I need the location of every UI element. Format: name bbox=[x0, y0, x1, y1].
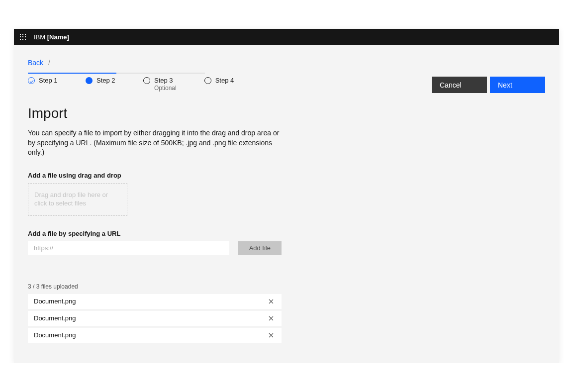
close-icon bbox=[269, 316, 274, 321]
file-item: Document.png bbox=[28, 311, 282, 326]
brand-label: IBM [Name] bbox=[34, 33, 69, 41]
current-dot-icon bbox=[86, 77, 93, 84]
drag-drop-area[interactable]: Drag and drop file here or click to sele… bbox=[28, 183, 127, 216]
todo-dot-icon bbox=[204, 77, 211, 84]
url-label: Add a file by specifying a URL bbox=[28, 230, 545, 237]
back-link[interactable]: Back bbox=[28, 59, 43, 67]
next-button[interactable]: Next bbox=[490, 77, 545, 93]
step-4[interactable]: Step 4 bbox=[204, 77, 234, 92]
step-3[interactable]: Step 3 Optional bbox=[143, 77, 177, 92]
step-1[interactable]: Step 1 bbox=[28, 77, 58, 92]
app-switcher-icon[interactable] bbox=[20, 34, 26, 40]
file-name: Document.png bbox=[34, 331, 76, 339]
step-label: Step 1 bbox=[39, 77, 58, 85]
remove-file-button[interactable] bbox=[267, 297, 276, 306]
url-input[interactable] bbox=[28, 241, 229, 255]
add-file-button[interactable]: Add file bbox=[238, 241, 282, 255]
file-list: Document.png Document.png Document.png bbox=[28, 294, 282, 343]
close-icon bbox=[269, 299, 274, 304]
upload-status: 3 / 3 files uploaded bbox=[28, 283, 545, 290]
step-2[interactable]: Step 2 bbox=[86, 77, 115, 92]
step-label: Step 4 bbox=[215, 77, 234, 85]
todo-dot-icon bbox=[143, 77, 150, 84]
breadcrumb-separator: / bbox=[48, 59, 50, 67]
page-title: Import bbox=[28, 105, 545, 121]
step-label: Step 2 bbox=[96, 77, 115, 85]
remove-file-button[interactable] bbox=[267, 314, 276, 323]
remove-file-button[interactable] bbox=[267, 331, 276, 340]
close-icon bbox=[269, 333, 274, 338]
app-window: IBM [Name] Back / Step 1 Step 2 bbox=[14, 29, 559, 363]
drag-drop-label: Add a file using drag and drop bbox=[28, 172, 545, 179]
step-label: Step 3 bbox=[154, 77, 177, 85]
file-name: Document.png bbox=[34, 314, 76, 322]
action-bar: Cancel Next bbox=[432, 77, 545, 93]
file-name: Document.png bbox=[34, 297, 76, 305]
page-content: Back / Step 1 Step 2 Step 3 Optional bbox=[14, 45, 559, 363]
file-item: Document.png bbox=[28, 328, 282, 343]
step-sublabel: Optional bbox=[154, 85, 177, 92]
breadcrumb: Back / bbox=[28, 59, 545, 67]
file-item: Document.png bbox=[28, 294, 282, 309]
progress-steps: Step 1 Step 2 Step 3 Optional Step 4 bbox=[28, 77, 234, 92]
cancel-button[interactable]: Cancel bbox=[432, 77, 487, 93]
topbar: IBM [Name] bbox=[14, 29, 559, 45]
page-description: You can specify a file to import by eith… bbox=[28, 128, 286, 158]
checkmark-icon bbox=[28, 77, 35, 84]
